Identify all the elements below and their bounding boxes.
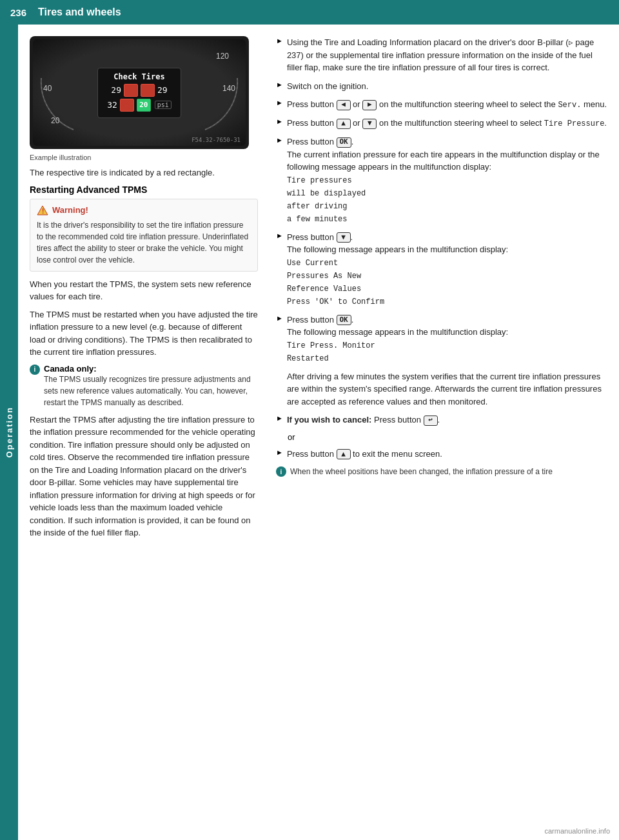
bullet-arrow-4: ►	[276, 117, 283, 125]
bullet-arrow-9: ►	[276, 414, 283, 422]
btn-up-11[interactable]: ▲	[337, 449, 351, 459]
bullet-arrow-7: ►	[276, 314, 283, 322]
tire-row-top: 29 29	[101, 84, 178, 97]
header-bar: 236 Tires and wheels	[0, 0, 619, 25]
bullet-item-8: ► After driving a few minutes the system…	[276, 370, 607, 408]
bullet-text-4: Press button ▲ or ▼ on the multifunction…	[287, 117, 607, 130]
bullet-text-3: Press button ◀ or ▶ on the multifunction…	[287, 98, 607, 111]
or-separator: or	[288, 432, 607, 442]
warning-box: ! Warning! It is the driver's responsibi…	[30, 199, 258, 272]
bullet-text-8: After driving a few minutes the system v…	[287, 370, 607, 408]
btn-left-arrow[interactable]: ◀	[337, 100, 351, 110]
warning-header: ! Warning!	[37, 205, 251, 216]
bullet-arrow-5: ►	[276, 136, 283, 144]
bullet-item-1: ► Using the Tire and Loading Information…	[276, 36, 607, 74]
bullet-arrow-6: ►	[276, 232, 283, 239]
intro-text: The respective tire is indicated by a re…	[30, 166, 258, 179]
page-layout: Operation 20 40	[0, 25, 619, 840]
tire-row-bottom: 32 20 psi	[101, 99, 178, 112]
canada-info-text: Canada only: The TPMS usually recognizes…	[44, 364, 258, 408]
tire-bottom-left-box	[120, 99, 134, 112]
info-icon: i	[30, 365, 40, 375]
svg-text:40: 40	[43, 84, 52, 93]
bullet-item-11: ► Press button ▲ to exit the menu screen…	[276, 448, 607, 461]
cluster-title: Check Tires	[101, 72, 178, 81]
btn-ok-5[interactable]: OK	[337, 137, 351, 148]
tire-bottom-right-box: 20	[137, 99, 151, 112]
btn-back[interactable]: ↩	[424, 415, 438, 426]
bullet-text-1: Using the Tire and Loading Information p…	[287, 36, 607, 74]
unit-badge: psi	[155, 101, 172, 109]
tire-top-left-val: 29	[111, 85, 121, 95]
btn-ok-7[interactable]: OK	[337, 315, 351, 325]
para3: Restart the TPMS after adjusting the tir…	[30, 414, 258, 539]
warning-title: Warning!	[52, 205, 88, 215]
right-column: ► Using the Tire and Loading Information…	[270, 36, 619, 828]
bullet-text-9: If you wish to cancel: Press button ↩.	[287, 414, 607, 426]
bullet-item-5: ► Press button OK. The current inflation…	[276, 135, 607, 225]
svg-text:140: 140	[222, 84, 235, 93]
bullet-arrow-3: ►	[276, 99, 283, 106]
main-content: 20 40 120 140 Check Tires 29	[18, 25, 619, 840]
footer-watermark: carmanualonline.info	[544, 827, 610, 835]
para2: The TPMS must be restarted when you have…	[30, 308, 258, 359]
header-title: Tires and wheels	[38, 6, 121, 18]
warning-text: It is the driver's responsibility to set…	[37, 219, 251, 266]
bullet-item-7: ► Press button OK. The following message…	[276, 314, 607, 365]
para1: When you restart the TPMS, the system se…	[30, 278, 258, 303]
cluster-ref: F54.32-7650-31	[192, 137, 241, 143]
canada-title: Canada only:	[44, 364, 97, 374]
btn-up-arrow-4[interactable]: ▲	[337, 119, 351, 129]
bullet-item-9: ► If you wish to cancel: Press button ↩.	[276, 414, 607, 426]
bullet-item-4: ► Press button ▲ or ▼ on the multifuncti…	[276, 117, 607, 130]
side-tab: Operation	[0, 25, 18, 840]
bullet-arrow-1: ►	[276, 37, 283, 45]
bullet-text-11: Press button ▲ to exit the menu screen.	[287, 448, 607, 461]
example-label: Example illustration	[30, 154, 258, 161]
bullet-text-5: Press button OK. The current inflation p…	[287, 135, 607, 225]
bullet-item-3: ► Press button ◀ or ▶ on the multifuncti…	[276, 98, 607, 111]
tire-top-right-val: 29	[157, 85, 168, 95]
cluster-image: 20 40 120 140 Check Tires 29	[30, 36, 249, 149]
btn-right-arrow[interactable]: ▶	[362, 100, 377, 110]
bullet-item-6: ► Press button ▼. The following message …	[276, 231, 607, 308]
bullet-item-2: ► Switch on the ignition.	[276, 80, 607, 93]
bullet-arrow-2: ►	[276, 81, 283, 88]
svg-text:120: 120	[216, 52, 229, 61]
page-number: 236	[10, 7, 26, 18]
center-display: Check Tires 29 29 32	[97, 68, 181, 118]
info-box-bottom: i When the wheel positions have been cha…	[276, 466, 607, 477]
bullet-text-2: Switch on the ignition.	[287, 80, 607, 93]
bullet-text-7: Press button OK. The following message a…	[287, 314, 607, 365]
btn-down-6[interactable]: ▼	[337, 232, 351, 243]
section-heading: Restarting Advanced TPMS	[30, 185, 258, 195]
canada-info-box: i Canada only: The TPMS usually recogniz…	[30, 364, 258, 408]
bullet-text-6: Press button ▼. The following message ap…	[287, 231, 607, 308]
left-column: 20 40 120 140 Check Tires 29	[18, 36, 270, 828]
tire-top-right-box	[141, 84, 155, 97]
tire-bottom-right-val: 20	[139, 101, 148, 109]
warning-icon: !	[37, 205, 48, 216]
svg-text:!: !	[42, 208, 44, 215]
canada-text: The TPMS usually recognizes tire pressur…	[44, 375, 251, 407]
cluster-inner: 20 40 120 140 Check Tires 29	[33, 39, 246, 146]
info-icon-bottom: i	[276, 466, 286, 477]
side-tab-label: Operation	[5, 406, 14, 457]
tire-top-left-box	[124, 84, 138, 97]
info-text-bottom: When the wheel positions have been chang…	[290, 466, 553, 477]
svg-text:20: 20	[51, 116, 60, 125]
bullet-arrow-11: ►	[276, 448, 283, 456]
btn-down-arrow-4[interactable]: ▼	[362, 119, 377, 129]
tire-bottom-left-val: 32	[107, 100, 117, 110]
